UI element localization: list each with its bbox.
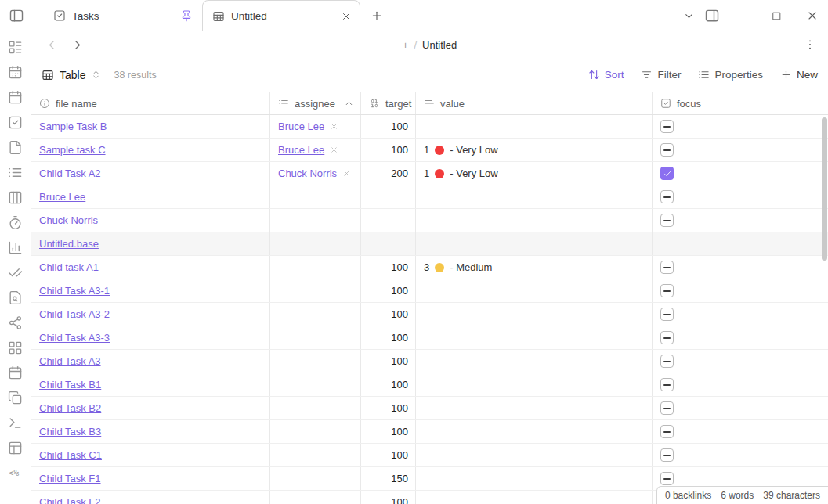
focus-checkbox-indeterminate[interactable] bbox=[660, 355, 674, 368]
file-link[interactable]: Sample Task B bbox=[39, 121, 107, 132]
focus-checkbox-checked[interactable] bbox=[660, 167, 674, 180]
right-sidebar-toggle-icon[interactable] bbox=[703, 7, 721, 24]
cell-target[interactable]: 100 bbox=[361, 256, 416, 279]
file-link[interactable]: Child Task A3-3 bbox=[39, 332, 110, 344]
file-link[interactable]: Child Task F2 bbox=[39, 496, 101, 504]
cell-value[interactable] bbox=[416, 350, 653, 373]
cell-value[interactable] bbox=[416, 326, 653, 349]
cell-assignee[interactable] bbox=[270, 185, 361, 208]
sort-button[interactable]: Sort bbox=[588, 69, 624, 81]
new-tab-button[interactable] bbox=[368, 7, 385, 24]
cell-target[interactable]: 150 bbox=[361, 467, 416, 490]
cell-value[interactable] bbox=[416, 444, 653, 466]
column-header-target[interactable]: target bbox=[361, 92, 416, 114]
copy-icon[interactable] bbox=[8, 391, 23, 405]
cell-assignee[interactable] bbox=[270, 256, 361, 279]
remove-assignee-icon[interactable] bbox=[342, 169, 351, 178]
properties-button[interactable]: Properties bbox=[698, 69, 763, 81]
focus-checkbox-indeterminate[interactable] bbox=[660, 214, 674, 227]
layout-list-icon[interactable] bbox=[8, 40, 23, 55]
focus-checkbox-indeterminate[interactable] bbox=[660, 143, 674, 157]
cell-assignee[interactable] bbox=[270, 467, 361, 490]
more-options-icon[interactable] bbox=[802, 37, 818, 52]
cell-target[interactable] bbox=[361, 185, 416, 208]
calendar-icon[interactable] bbox=[8, 365, 23, 380]
cell-value[interactable]: 3- Medium bbox=[416, 256, 653, 279]
cell-target[interactable]: 100 bbox=[361, 139, 416, 161]
assignee-link[interactable]: Bruce Lee bbox=[278, 121, 324, 132]
cell-value[interactable] bbox=[416, 491, 653, 504]
focus-checkbox-indeterminate[interactable] bbox=[660, 261, 674, 274]
focus-checkbox-indeterminate[interactable] bbox=[660, 284, 674, 297]
focus-checkbox-indeterminate[interactable] bbox=[660, 120, 674, 133]
cell-target[interactable] bbox=[361, 209, 416, 232]
cell-assignee[interactable] bbox=[270, 373, 361, 396]
file-link[interactable]: Child Task A2 bbox=[39, 167, 101, 179]
minimize-button[interactable] bbox=[732, 7, 749, 24]
file-link[interactable]: Chuck Norris bbox=[39, 214, 98, 226]
assignee-link[interactable]: Chuck Norris bbox=[278, 167, 337, 179]
cell-target[interactable]: 100 bbox=[361, 115, 416, 138]
file-link[interactable]: Child Task C1 bbox=[39, 449, 102, 461]
remove-assignee-icon[interactable] bbox=[330, 122, 338, 131]
view-label[interactable]: Table bbox=[60, 69, 85, 81]
pin-icon[interactable] bbox=[180, 9, 193, 22]
calendar-days-icon[interactable] bbox=[8, 65, 23, 80]
cell-target[interactable]: 100 bbox=[361, 420, 416, 443]
table-layout-icon[interactable] bbox=[8, 441, 23, 455]
cell-target[interactable]: 200 bbox=[361, 162, 416, 185]
cell-assignee[interactable] bbox=[270, 397, 361, 419]
file-link[interactable]: Child Task F1 bbox=[39, 473, 101, 484]
page-title[interactable]: Untitled bbox=[422, 39, 457, 51]
focus-checkbox-indeterminate[interactable] bbox=[660, 448, 674, 462]
cell-target[interactable]: 100 bbox=[361, 350, 416, 373]
maximize-button[interactable] bbox=[768, 7, 785, 24]
cell-value[interactable]: 1- Very Low bbox=[416, 139, 653, 161]
focus-checkbox-indeterminate[interactable] bbox=[660, 425, 674, 438]
cell-target[interactable]: 100 bbox=[361, 444, 416, 466]
focus-checkbox-indeterminate[interactable] bbox=[660, 401, 674, 415]
template-code-icon[interactable]: <% bbox=[8, 466, 23, 481]
file-link[interactable]: Bruce Lee bbox=[39, 191, 85, 203]
focus-checkbox-indeterminate[interactable] bbox=[660, 472, 674, 485]
cell-assignee[interactable] bbox=[270, 491, 361, 504]
cell-target[interactable]: 100 bbox=[361, 279, 416, 302]
column-header-name[interactable]: file name bbox=[31, 92, 270, 114]
cell-assignee[interactable]: Chuck Norris bbox=[270, 162, 361, 185]
calendar-icon[interactable] bbox=[8, 90, 23, 105]
columns-3-icon[interactable] bbox=[8, 190, 23, 205]
file-link[interactable]: Child Task B2 bbox=[39, 402, 101, 414]
timer-icon[interactable] bbox=[8, 215, 23, 230]
new-button[interactable]: New bbox=[780, 69, 818, 81]
file-search-icon[interactable] bbox=[8, 290, 23, 305]
file-link[interactable]: Child Task A3-2 bbox=[39, 308, 110, 320]
list-icon[interactable] bbox=[8, 165, 23, 180]
file-link[interactable]: Child Task B3 bbox=[39, 426, 101, 437]
breadcrumb-prefix[interactable]: + bbox=[403, 39, 409, 51]
cell-value[interactable] bbox=[416, 303, 653, 326]
cell-value[interactable] bbox=[416, 232, 653, 255]
focus-checkbox-indeterminate[interactable] bbox=[660, 331, 674, 344]
file-link[interactable]: Untitled.base bbox=[39, 238, 99, 250]
vertical-scrollbar[interactable] bbox=[822, 117, 827, 261]
cell-assignee[interactable] bbox=[270, 303, 361, 326]
file-link[interactable]: Child Task A3 bbox=[39, 355, 101, 367]
column-header-focus[interactable]: focus bbox=[653, 92, 828, 114]
view-chooser-icon[interactable] bbox=[91, 70, 101, 80]
file-link[interactable]: Child Task B1 bbox=[39, 379, 101, 391]
assignee-link[interactable]: Bruce Lee bbox=[278, 144, 324, 156]
cell-value[interactable] bbox=[416, 467, 653, 490]
cell-target[interactable]: 100 bbox=[361, 491, 416, 504]
focus-checkbox-indeterminate[interactable] bbox=[660, 378, 674, 391]
cell-value[interactable] bbox=[416, 209, 653, 232]
sort-asc-icon[interactable] bbox=[344, 99, 354, 109]
cell-value[interactable] bbox=[416, 397, 653, 419]
cell-target[interactable]: 100 bbox=[361, 326, 416, 349]
tab-close-icon[interactable] bbox=[341, 11, 352, 22]
terminal-icon[interactable] bbox=[8, 416, 23, 430]
column-header-assignee[interactable]: assignee bbox=[270, 92, 361, 114]
cell-value[interactable] bbox=[416, 115, 653, 138]
check-square-icon[interactable] bbox=[8, 115, 23, 130]
filter-button[interactable]: Filter bbox=[641, 69, 681, 81]
remove-assignee-icon[interactable] bbox=[330, 146, 338, 154]
